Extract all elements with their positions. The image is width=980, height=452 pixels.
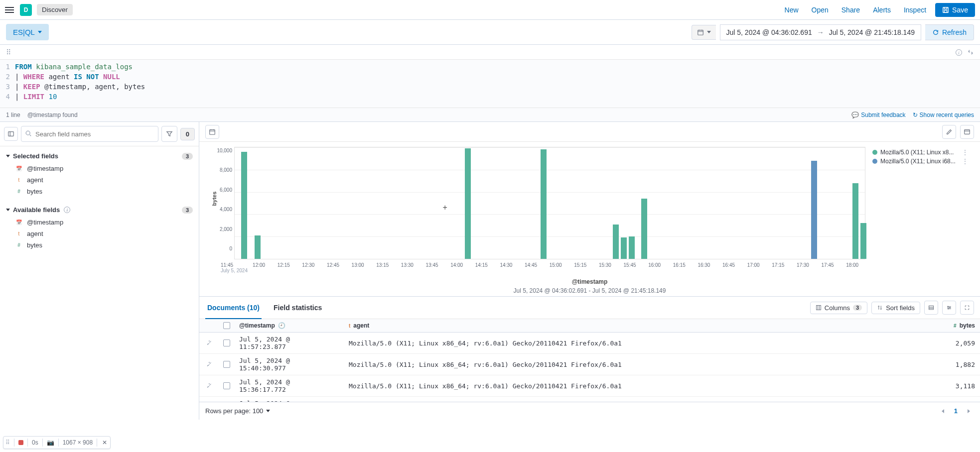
page-current[interactable]: 1	[950, 405, 962, 417]
chart-bar[interactable]	[860, 223, 866, 259]
fields-sidebar: 0 Selected fields 3 📅@timestamp tagent #…	[0, 122, 199, 420]
discover-breadcrumb[interactable]: Discover	[37, 4, 73, 15]
x-tick: 15:00	[550, 262, 562, 268]
datepicker-quick-button[interactable]	[692, 25, 716, 40]
field-item-bytes[interactable]: #bytes	[6, 186, 193, 197]
field-item-timestamp[interactable]: 📅@timestamp	[6, 163, 193, 174]
chart-bar[interactable]	[641, 199, 647, 259]
field-item-timestamp-avail[interactable]: 📅@timestamp	[6, 217, 193, 228]
inspect-link[interactable]: Inspect	[900, 6, 930, 14]
main-area: 0 Selected fields 3 📅@timestamp tagent #…	[0, 122, 980, 420]
legend-item-0[interactable]: Mozilla/5.0 (X11; Linux x8... ⋮	[872, 149, 970, 156]
svg-point-11	[948, 309, 949, 310]
collapse-sidebar-button[interactable]	[4, 127, 18, 141]
results-table: @timestamp 🕘 t agent # bytes Jul 5, 2024…	[199, 319, 980, 402]
record-indicator-icon[interactable]	[18, 440, 23, 445]
header-agent[interactable]: t agent	[344, 319, 935, 332]
legend-more-icon[interactable]: ⋮	[960, 158, 970, 165]
new-link[interactable]: New	[781, 6, 803, 14]
selected-fields-header[interactable]: Selected fields 3	[6, 149, 193, 163]
row-checkbox[interactable]	[219, 375, 234, 396]
collapse-editor-icon[interactable]	[967, 49, 974, 56]
edit-visualization-button[interactable]	[942, 125, 956, 139]
language-label: ES|QL	[13, 28, 35, 36]
display-options-button[interactable]	[924, 301, 938, 315]
columns-button[interactable]: Columns 3	[810, 302, 867, 314]
legend-item-1[interactable]: Mozilla/5.0 (X11; Linux i68... ⋮	[872, 158, 970, 165]
legend-more-icon[interactable]: ⋮	[960, 149, 970, 156]
field-search-input[interactable]	[21, 126, 158, 142]
drag-handle-icon[interactable]: ⠿	[6, 48, 11, 56]
table-row[interactable]: Jul 5, 2024 @ 14:04:53.521Mozilla/5.0 (X…	[199, 397, 980, 402]
open-link[interactable]: Open	[808, 6, 833, 14]
chart-bar[interactable]	[852, 183, 858, 259]
menu-icon[interactable]	[5, 5, 15, 15]
x-tick: 13:30	[401, 262, 414, 268]
fullscreen-button[interactable]	[960, 301, 974, 315]
tab-documents[interactable]: Documents (10)	[205, 300, 262, 316]
alerts-link[interactable]: Alerts	[869, 6, 895, 14]
language-switcher[interactable]: ES|QL	[6, 24, 49, 40]
refresh-button[interactable]: Refresh	[925, 24, 974, 40]
x-tick: 14:30	[500, 262, 512, 268]
drag-handle-icon[interactable]: ⠿	[5, 439, 10, 446]
expand-row-button[interactable]	[199, 333, 219, 353]
field-item-bytes-avail[interactable]: #bytes	[6, 239, 193, 251]
x-tick: 16:15	[673, 262, 686, 268]
chart-bar[interactable]	[613, 225, 619, 259]
table-header: @timestamp 🕘 t agent # bytes	[199, 319, 980, 333]
cell-bytes: 2,059	[935, 333, 980, 353]
chart-bar[interactable]	[465, 148, 471, 259]
plot-area[interactable]: +	[234, 147, 865, 259]
available-fields-header[interactable]: Available fields i 3	[6, 203, 193, 217]
save-icon	[942, 6, 949, 13]
info-icon[interactable]: i	[956, 48, 962, 56]
close-icon[interactable]: ✕	[101, 439, 108, 446]
page-prev-button[interactable]	[938, 405, 948, 417]
submit-feedback-link[interactable]: 💬 Submit feedback	[851, 112, 905, 118]
app-icon[interactable]: D	[20, 4, 32, 16]
x-tick: 15:45	[624, 262, 636, 268]
row-checkbox[interactable]	[219, 397, 234, 402]
datepicker-range[interactable]: Jul 5, 2024 @ 04:36:02.691 → Jul 5, 2024…	[720, 24, 921, 40]
cell-agent: Mozilla/5.0 (X11; Linux x86_64; rv:6.0a1…	[344, 375, 935, 396]
save-button[interactable]: Save	[935, 3, 975, 17]
svg-rect-2	[698, 30, 703, 35]
chart-bar[interactable]	[241, 152, 247, 259]
row-checkbox[interactable]	[219, 333, 234, 353]
chart-bar[interactable]	[629, 236, 635, 259]
show-recent-queries-link[interactable]: ↻ Show recent queries	[913, 112, 974, 118]
tab-field-statistics[interactable]: Field statistics	[272, 300, 324, 316]
field-filter-button[interactable]	[161, 126, 177, 142]
share-link[interactable]: Share	[838, 6, 864, 14]
chart-bar[interactable]	[621, 237, 627, 259]
rows-per-page-selector[interactable]: Rows per page: 100	[205, 407, 270, 415]
row-checkbox[interactable]	[219, 354, 234, 375]
field-item-agent[interactable]: tagent	[6, 174, 193, 186]
info-icon[interactable]: i	[64, 207, 70, 213]
table-row[interactable]: Jul 5, 2024 @ 15:36:17.772Mozilla/5.0 (X…	[199, 375, 980, 397]
chart-bar[interactable]	[811, 161, 817, 259]
expand-row-button[interactable]	[199, 354, 219, 375]
chart-bar[interactable]	[541, 149, 547, 259]
header-bytes[interactable]: # bytes	[935, 319, 980, 332]
chart-bar[interactable]	[255, 235, 261, 259]
code-content[interactable]: FROM kibana_sample_data_logs | WHERE age…	[15, 62, 145, 102]
time-from: Jul 5, 2024 @ 04:36:02.691	[726, 28, 812, 36]
cell-bytes: 9,917	[935, 397, 980, 402]
expand-row-button[interactable]	[199, 375, 219, 396]
chart-options-button[interactable]	[960, 125, 974, 139]
select-all-checkbox[interactable]	[219, 319, 234, 332]
toolbar-controls-button[interactable]	[942, 301, 956, 315]
page-next-button[interactable]	[964, 405, 974, 417]
header-timestamp[interactable]: @timestamp 🕘	[234, 319, 344, 332]
x-tick: 13:00	[352, 262, 364, 268]
expand-row-button[interactable]	[199, 397, 219, 402]
toggle-histogram-button[interactable]	[205, 125, 219, 139]
camera-icon[interactable]: 📷	[47, 439, 54, 446]
field-item-agent-avail[interactable]: tagent	[6, 228, 193, 239]
x-tick: 16:45	[722, 262, 735, 268]
sort-fields-button[interactable]: Sort fields	[871, 302, 920, 314]
table-row[interactable]: Jul 5, 2024 @ 15:40:30.977Mozilla/5.0 (X…	[199, 354, 980, 375]
table-row[interactable]: Jul 5, 2024 @ 11:57:23.877Mozilla/5.0 (X…	[199, 333, 980, 354]
